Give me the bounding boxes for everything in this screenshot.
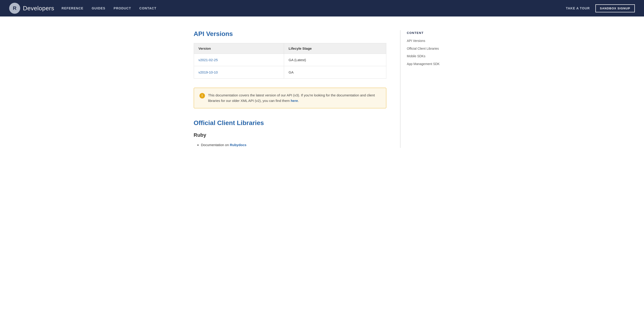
sidebar-link-app-management[interactable]: App Management SDK (407, 62, 450, 66)
table-row: v2019-10-10 GA (194, 66, 386, 78)
header-right: TAKE A TOUR SANDBOX SIGNUP (566, 4, 635, 12)
version-cell-2: v2019-10-10 (194, 66, 284, 78)
api-versions-title: API Versions (194, 30, 386, 37)
col-version-header: Version (194, 43, 284, 54)
client-libraries-title: Official Client Libraries (194, 119, 386, 127)
warning-box: ! This documentation covers the latest v… (194, 88, 386, 108)
nav-contact[interactable]: CONTACT (140, 6, 156, 10)
sidebar: CONTENT API Versions Official Client Lib… (400, 30, 450, 148)
nav-product[interactable]: PRODUCT (114, 6, 131, 10)
warning-icon: ! (200, 93, 205, 98)
header: R Developers REFERENCE GUIDES PRODUCT CO… (0, 0, 644, 16)
col-stage-header: Lifecyle Stage (284, 43, 386, 54)
logo-title: Developers (23, 5, 54, 12)
stage-cell-1: GA (Latest) (284, 54, 386, 66)
ruby-title: Ruby (194, 132, 386, 138)
warning-text: This documentation covers the latest ver… (208, 92, 380, 103)
sidebar-heading: CONTENT (407, 31, 450, 34)
take-tour-link[interactable]: TAKE A TOUR (566, 6, 590, 10)
logo-link[interactable]: R Developers (9, 3, 54, 14)
page-wrapper: API Versions Version Lifecyle Stage v202… (184, 16, 460, 162)
version-link-2[interactable]: v2019-10-10 (198, 70, 218, 74)
ruby-doc-text: Documentation on (201, 143, 229, 147)
main-nav: REFERENCE GUIDES PRODUCT CONTACT (62, 6, 156, 10)
version-link-1[interactable]: v2021-02-25 (198, 58, 218, 62)
sidebar-link-api-versions[interactable]: API Versions (407, 39, 450, 43)
sidebar-link-mobile-sdks[interactable]: Mobile SDKs (407, 54, 450, 59)
table-row: v2021-02-25 GA (Latest) (194, 54, 386, 66)
sidebar-link-client-libraries[interactable]: Official Client Libraries (407, 46, 450, 51)
ruby-list: Documentation on Rubydocs (194, 142, 386, 148)
api-versions-table: Version Lifecyle Stage v2021-02-25 GA (L… (194, 43, 386, 78)
table-header-row: Version Lifecyle Stage (194, 43, 386, 54)
logo-icon: R (9, 3, 20, 14)
rubydocs-link[interactable]: Rubydocs (230, 143, 246, 147)
nav-reference[interactable]: REFERENCE (62, 6, 84, 10)
sandbox-signup-button[interactable]: SANDBOX SIGNUP (596, 4, 635, 12)
nav-guides[interactable]: GUIDES (92, 6, 106, 10)
stage-cell-2: GA (284, 66, 386, 78)
warning-here-link[interactable]: here (291, 99, 298, 103)
main-content: API Versions Version Lifecyle Stage v202… (194, 30, 386, 148)
header-left: R Developers REFERENCE GUIDES PRODUCT CO… (9, 3, 156, 14)
list-item: Documentation on Rubydocs (201, 142, 386, 148)
version-cell-1: v2021-02-25 (194, 54, 284, 66)
